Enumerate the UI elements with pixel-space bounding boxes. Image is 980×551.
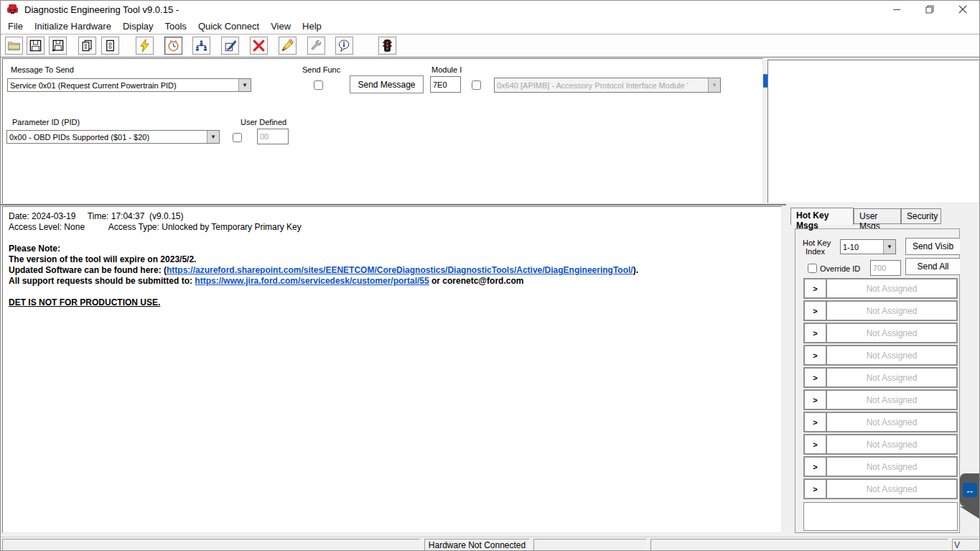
- log-production-warning: DET IS NOT FOR PRODUCTION USE.: [9, 297, 775, 308]
- menu-quick-connect[interactable]: Quick Connect: [192, 19, 265, 33]
- hotkey-send-button[interactable]: >: [805, 302, 827, 320]
- menu-bar: File Initialize Hardware Display Tools Q…: [1, 18, 979, 34]
- tab-user-msgs[interactable]: User Msgs: [854, 208, 901, 224]
- toolbar: View: Generic Diag ▼: [1, 34, 979, 57]
- pencil-button[interactable]: [279, 37, 297, 55]
- pid-select[interactable]: 0x00 - OBD PIDs Supported ($01 - $20) ▼: [6, 130, 220, 144]
- status-section-main: [2, 539, 421, 551]
- copy-stack-button[interactable]: [78, 37, 96, 55]
- hotkey-send-button[interactable]: >: [805, 480, 827, 498]
- hotkey-index-select[interactable]: 1-10 ▼: [840, 239, 896, 254]
- send-func-label: Send Func: [302, 65, 340, 74]
- hotkey-row-1: >Not Assigned: [803, 278, 958, 299]
- log-expire-line: The version of the tool will expire on 2…: [9, 254, 775, 265]
- open-button[interactable]: [5, 37, 23, 55]
- jira-link[interactable]: https://www.jira.ford.com/servicedesk/cu…: [195, 276, 429, 286]
- hotkey-message-label[interactable]: Not Assigned: [827, 302, 956, 320]
- module-id-input[interactable]: [430, 76, 461, 93]
- hotkey-message-label[interactable]: Not Assigned: [827, 413, 956, 431]
- lightning-button[interactable]: [136, 37, 154, 55]
- horizontal-splitter[interactable]: [1, 204, 786, 205]
- message-to-send-select[interactable]: Service 0x01 (Request Current Powertrain…: [7, 78, 251, 92]
- hotkey-index-label: Hot Key: [803, 239, 831, 247]
- tab-security[interactable]: Security: [901, 208, 941, 224]
- user-defined-checkbox[interactable]: [233, 133, 242, 142]
- copy-stack-icon: [80, 39, 94, 52]
- sharepoint-link[interactable]: https://azureford.sharepoint.com/sites/E…: [167, 265, 633, 275]
- hotkey-row-8: >Not Assigned: [803, 434, 958, 455]
- hotkey-message-label[interactable]: Not Assigned: [827, 279, 956, 297]
- minimize-button[interactable]: [880, 1, 913, 18]
- menu-view[interactable]: View: [265, 19, 297, 33]
- user-defined-input[interactable]: [257, 129, 289, 144]
- clock-button[interactable]: [164, 37, 182, 55]
- wrench-icon: [309, 39, 323, 52]
- help-button[interactable]: [335, 37, 353, 55]
- network-nodes-icon: [195, 39, 208, 52]
- teamviewer-dock[interactable]: ↔: [960, 473, 979, 506]
- hotkey-send-button[interactable]: >: [805, 324, 827, 342]
- log-updated-line: Updated Software can be found here: (htt…: [9, 265, 775, 276]
- menu-file[interactable]: File: [2, 19, 29, 33]
- window-title: Diagnostic Engineering Tool v9.0.15 -: [24, 4, 179, 15]
- hotkey-row-5: >Not Assigned: [803, 367, 958, 388]
- menu-initialize-hardware[interactable]: Initialize Hardware: [29, 19, 117, 33]
- tab-hot-key-msgs[interactable]: Hot Key Msgs: [790, 208, 854, 225]
- close-button[interactable]: [946, 1, 979, 18]
- send-func-checkbox[interactable]: [314, 80, 323, 90]
- message-to-send-label: Message To Send: [11, 65, 74, 74]
- delete-button[interactable]: [250, 37, 268, 55]
- hotkey-message-label[interactable]: Not Assigned: [827, 324, 956, 342]
- pid-select-value: 0x00 - OBD PIDs Supported ($01 - $20): [7, 131, 207, 143]
- send-visible-button[interactable]: Send Visib: [905, 238, 960, 255]
- module-select[interactable]: 0x640 [APIMB] - Accessory Protocol Inter…: [494, 78, 721, 93]
- menu-help[interactable]: Help: [297, 19, 327, 33]
- save-as-button[interactable]: [49, 37, 67, 55]
- hotkey-message-label[interactable]: Not Assigned: [827, 369, 956, 386]
- hotkey-send-button[interactable]: >: [805, 413, 827, 431]
- hotkey-send-button[interactable]: >: [805, 458, 827, 476]
- traffic-light-icon: [381, 39, 394, 52]
- save-button[interactable]: [27, 37, 45, 55]
- log-support-line: All support requests should be submitted…: [9, 276, 775, 287]
- hotkey-send-button[interactable]: >: [805, 369, 827, 386]
- chevron-down-icon: ▼: [207, 131, 219, 143]
- traffic-light-button[interactable]: [378, 37, 396, 55]
- delete-x-icon: [252, 39, 266, 52]
- log-output-area[interactable]: Date: 2024-03-19 Time: 17:04:37 (v9.0.15…: [2, 206, 782, 533]
- hotkey-message-label[interactable]: Not Assigned: [827, 391, 956, 409]
- response-panel: [767, 60, 979, 203]
- wrench-button[interactable]: [307, 37, 325, 55]
- restore-button[interactable]: [913, 1, 946, 18]
- menu-tools[interactable]: Tools: [159, 19, 192, 33]
- send-all-button[interactable]: Send All: [905, 258, 960, 275]
- hotkey-notes-box[interactable]: [803, 502, 958, 531]
- override-id-input[interactable]: [870, 260, 901, 276]
- send-message-panel: Message To Send Service 0x01 (Request Cu…: [2, 58, 763, 204]
- hotkey-message-label[interactable]: Not Assigned: [827, 480, 956, 498]
- restore-icon: [925, 5, 934, 14]
- network-button[interactable]: [192, 37, 210, 55]
- module-select-checkbox[interactable]: [472, 80, 481, 90]
- hotkey-message-label[interactable]: Not Assigned: [827, 435, 956, 453]
- menu-display[interactable]: Display: [117, 19, 159, 33]
- hotkey-send-button[interactable]: >: [805, 279, 827, 297]
- hotkey-send-button[interactable]: >: [805, 346, 827, 364]
- updated-suffix: ).: [633, 265, 638, 275]
- override-id-checkbox[interactable]: [808, 264, 817, 273]
- send-message-button[interactable]: Send Message: [350, 75, 424, 93]
- hotkey-row-9: >Not Assigned: [803, 456, 958, 477]
- module-select-value: 0x640 [APIMB] - Accessory Protocol Inter…: [495, 78, 708, 92]
- card-button[interactable]: [101, 37, 119, 55]
- close-icon: [958, 5, 967, 14]
- hotkey-row-4: >Not Assigned: [803, 345, 958, 366]
- teamviewer-icon: ↔: [963, 483, 977, 497]
- hotkey-message-label[interactable]: Not Assigned: [827, 458, 956, 476]
- status-section-3: [650, 539, 948, 551]
- hotkey-send-button[interactable]: >: [805, 435, 827, 453]
- hotkey-send-button[interactable]: >: [805, 391, 827, 409]
- support-prefix: All support requests should be submitted…: [9, 276, 195, 286]
- write-message-button[interactable]: [221, 37, 239, 55]
- hotkey-message-label[interactable]: Not Assigned: [827, 346, 956, 364]
- hotkey-row-2: >Not Assigned: [803, 300, 958, 321]
